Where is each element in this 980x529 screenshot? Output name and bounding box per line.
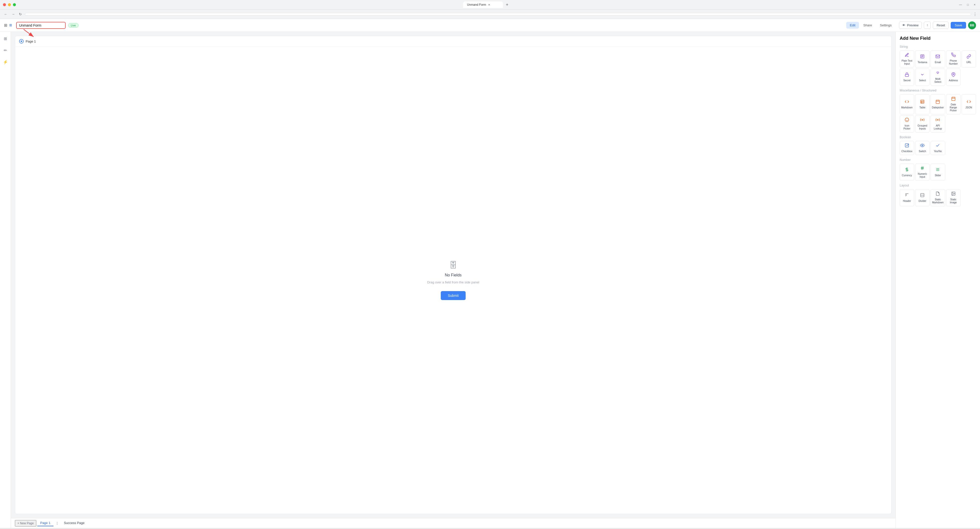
app-logo[interactable]: ≡ (9, 22, 12, 28)
page-1-tab[interactable]: Page 1 (37, 520, 53, 526)
maximize-window-btn[interactable] (13, 3, 16, 6)
svg-point-28 (922, 145, 923, 146)
page-tab-more-icon[interactable]: ⋮ (54, 521, 60, 525)
close-icon[interactable]: × (972, 3, 977, 7)
browser-chrome: Unmand Form ✕ + — □ × (0, 0, 980, 10)
field-yesno[interactable]: Yes/No (931, 141, 945, 155)
submit-button[interactable]: Submit (441, 291, 466, 300)
checkbox-label: Checkbox (902, 150, 912, 153)
minimize-icon[interactable]: — (958, 3, 964, 7)
field-select[interactable]: Select (915, 68, 929, 86)
address-label: Address (949, 79, 958, 82)
divider-label: Divider (919, 200, 926, 203)
edit-nav-btn[interactable]: Edit (846, 22, 859, 29)
save-button[interactable]: Save (951, 22, 966, 29)
field-phone[interactable]: Phone Number (946, 51, 961, 68)
currency-label: Currency (902, 174, 912, 177)
close-window-btn[interactable] (3, 3, 6, 6)
share-nav-btn[interactable]: Share (860, 22, 876, 29)
field-header[interactable]: Header (900, 189, 914, 207)
select-icon (920, 72, 924, 78)
field-json[interactable]: JSON (962, 94, 976, 114)
slider-label: Slider (935, 174, 941, 177)
currency-icon (905, 167, 909, 173)
select-label: Select (919, 79, 926, 82)
new-page-button[interactable]: + New Page (15, 520, 36, 526)
sidebar-plug-icon[interactable]: ⚡ (2, 58, 10, 66)
misc-field-grid: Markdown Table Datepicker (900, 94, 976, 114)
minimize-window-btn[interactable] (8, 3, 11, 6)
sidebar-brush-icon[interactable]: ✏ (2, 46, 8, 54)
app-header: ⊞ ≡ Live Edit Share Settings 👁 (0, 19, 980, 32)
share-icon-btn[interactable]: ↑ (924, 22, 931, 29)
form-title-input[interactable] (16, 22, 66, 29)
category-layout: Layout (900, 184, 976, 187)
phone-icon (951, 53, 956, 59)
new-tab-button[interactable]: + (504, 2, 511, 8)
staticimage-label: Static Image (947, 198, 959, 204)
browser-title-bar: Unmand Form ✕ + — □ × (3, 2, 977, 8)
field-email[interactable]: Email (931, 51, 945, 68)
field-url[interactable]: URL (962, 51, 976, 68)
yesno-label: Yes/No (934, 150, 942, 153)
reload-button[interactable]: ↻ (18, 11, 23, 17)
sidebar-pages-icon[interactable]: ⊞ (2, 35, 8, 43)
field-staticimage[interactable]: Static Image (946, 189, 961, 207)
browser-menu-icon[interactable]: ⋮ (973, 12, 977, 17)
misc-field-grid-2: Icon Picker Grouped Inputs API Lookup (900, 115, 976, 132)
svg-point-26 (937, 119, 939, 121)
field-groupedinputs[interactable]: Grouped Inputs (915, 115, 929, 132)
field-currency[interactable]: Currency (900, 164, 914, 181)
multiselect-icon (935, 71, 940, 76)
apilookup-icon (935, 118, 940, 123)
category-string: String (900, 45, 976, 48)
field-daterange[interactable]: Date Range Picker (946, 94, 961, 114)
field-markdown[interactable]: Markdown (900, 94, 914, 114)
tab-close-icon[interactable]: ✕ (488, 3, 490, 6)
restore-icon[interactable]: □ (966, 3, 970, 7)
field-secret[interactable]: Secret (900, 68, 914, 86)
field-textarea[interactable]: Textarea (915, 51, 929, 68)
table-icon (920, 99, 924, 105)
app-container: ⊞ ≡ Live Edit Share Settings 👁 (0, 19, 980, 528)
secret-label: Secret (904, 79, 911, 82)
table-label: Table (920, 106, 925, 109)
field-checkbox[interactable]: Checkbox (900, 141, 914, 155)
multiselect-label: Multi Select (932, 78, 944, 84)
svg-point-25 (922, 119, 923, 121)
forward-button[interactable]: → (10, 11, 16, 17)
tab-title: Unmand Form (467, 3, 486, 6)
header-actions: 👁 Preview ↑ Reset Save BB (899, 21, 976, 29)
browser-tab[interactable]: Unmand Form ✕ (463, 2, 503, 8)
main-content: ⊞ ✏ ⚡ Page 1 🗄 No Fields Drag over a fie… (0, 32, 980, 528)
page-header: Page 1 (15, 36, 891, 47)
canvas-area: Page 1 🗄 No Fields Drag over a field fro… (11, 32, 896, 528)
staticimage-icon (951, 191, 956, 197)
field-iconpicker[interactable]: Icon Picker (900, 115, 914, 132)
back-button[interactable]: ← (3, 11, 8, 17)
field-switch[interactable]: Switch (915, 141, 929, 155)
field-multiselect[interactable]: Multi Select (931, 68, 945, 86)
field-divider[interactable]: Divider (915, 189, 929, 207)
field-plain-text[interactable]: Plain Text Input (900, 51, 914, 68)
field-staticmarkdown[interactable]: Static Markdown (931, 189, 945, 207)
field-apilookup[interactable]: API Lookup (931, 115, 945, 132)
address-icon (951, 72, 956, 78)
reset-button[interactable]: Reset (933, 22, 949, 29)
svg-line-33 (923, 166, 923, 170)
address-bar[interactable] (25, 13, 971, 16)
field-numeric[interactable]: Numeric Input (915, 164, 929, 181)
preview-button[interactable]: 👁 Preview (899, 22, 921, 29)
field-address[interactable]: Address (946, 68, 961, 86)
switch-icon (920, 143, 924, 149)
field-datepicker[interactable]: Datepicker (931, 94, 945, 114)
grid-icon[interactable]: ⊞ (4, 23, 7, 28)
no-fields-title: No Fields (445, 273, 462, 277)
browser-tab-bar: Unmand Form ✕ + (463, 2, 511, 8)
field-table[interactable]: Table (915, 94, 929, 114)
field-slider[interactable]: Slider (931, 164, 945, 181)
apilookup-label: API Lookup (932, 124, 944, 130)
success-page-tab[interactable]: Success Page (61, 520, 88, 526)
iconpicker-label: Icon Picker (901, 124, 913, 130)
settings-nav-btn[interactable]: Settings (877, 22, 895, 29)
